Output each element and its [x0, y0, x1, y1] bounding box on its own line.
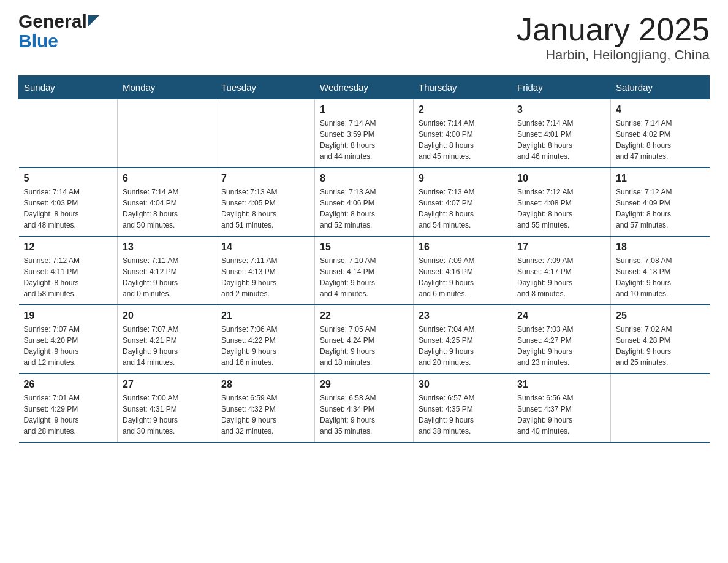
day-number: 25: [616, 310, 705, 321]
day-cell: 7Sunrise: 7:13 AM Sunset: 4:05 PM Daylig…: [216, 167, 315, 236]
day-cell: 3Sunrise: 7:14 AM Sunset: 4:01 PM Daylig…: [512, 99, 611, 168]
day-cell: 17Sunrise: 7:09 AM Sunset: 4:17 PM Dayli…: [512, 236, 611, 305]
day-cell: 5Sunrise: 7:14 AM Sunset: 4:03 PM Daylig…: [19, 167, 118, 236]
day-number: 4: [616, 104, 705, 115]
logo-blue-text: Blue: [18, 31, 58, 51]
day-number: 27: [123, 379, 211, 390]
header-cell-friday: Friday: [512, 76, 611, 99]
day-info: Sunrise: 7:06 AM Sunset: 4:22 PM Dayligh…: [221, 324, 309, 368]
day-number: 31: [517, 379, 605, 390]
day-cell: 8Sunrise: 7:13 AM Sunset: 4:06 PM Daylig…: [315, 167, 414, 236]
day-number: 13: [123, 242, 211, 253]
logo-arrow-icon: [88, 15, 99, 28]
day-cell: 28Sunrise: 6:59 AM Sunset: 4:32 PM Dayli…: [216, 373, 315, 442]
day-info: Sunrise: 7:14 AM Sunset: 4:03 PM Dayligh…: [24, 186, 113, 231]
day-cell: 6Sunrise: 7:14 AM Sunset: 4:04 PM Daylig…: [118, 167, 216, 236]
day-info: Sunrise: 7:13 AM Sunset: 4:06 PM Dayligh…: [320, 186, 408, 231]
day-info: Sunrise: 7:14 AM Sunset: 4:04 PM Dayligh…: [123, 186, 211, 231]
day-number: 22: [320, 310, 408, 321]
arrow-svg: [88, 15, 99, 26]
day-cell: 20Sunrise: 7:07 AM Sunset: 4:21 PM Dayli…: [118, 305, 216, 373]
day-info: Sunrise: 7:09 AM Sunset: 4:17 PM Dayligh…: [517, 255, 605, 299]
day-info: Sunrise: 7:14 AM Sunset: 3:59 PM Dayligh…: [320, 118, 408, 162]
day-cell: 10Sunrise: 7:12 AM Sunset: 4:08 PM Dayli…: [512, 167, 611, 236]
header-cell-thursday: Thursday: [414, 76, 512, 99]
day-cell: 15Sunrise: 7:10 AM Sunset: 4:14 PM Dayli…: [315, 236, 414, 305]
day-number: 8: [320, 173, 408, 184]
day-number: 10: [517, 173, 605, 184]
day-cell: [611, 373, 710, 442]
day-cell: 19Sunrise: 7:07 AM Sunset: 4:20 PM Dayli…: [19, 305, 118, 373]
day-number: 9: [419, 173, 507, 184]
day-info: Sunrise: 7:07 AM Sunset: 4:21 PM Dayligh…: [123, 324, 211, 368]
day-number: 11: [616, 173, 705, 184]
day-cell: 12Sunrise: 7:12 AM Sunset: 4:11 PM Dayli…: [19, 236, 118, 305]
day-number: 1: [320, 104, 408, 115]
day-info: Sunrise: 7:03 AM Sunset: 4:27 PM Dayligh…: [517, 324, 605, 368]
day-info: Sunrise: 7:00 AM Sunset: 4:31 PM Dayligh…: [123, 393, 211, 437]
calendar-subtitle: Harbin, Heilongjiang, China: [517, 47, 710, 63]
day-info: Sunrise: 7:14 AM Sunset: 4:00 PM Dayligh…: [419, 118, 507, 162]
day-number: 6: [123, 173, 211, 184]
day-number: 15: [320, 242, 408, 253]
day-cell: 26Sunrise: 7:01 AM Sunset: 4:29 PM Dayli…: [19, 373, 118, 442]
day-cell: 13Sunrise: 7:11 AM Sunset: 4:12 PM Dayli…: [118, 236, 216, 305]
week-row-4: 19Sunrise: 7:07 AM Sunset: 4:20 PM Dayli…: [19, 305, 710, 373]
day-cell: 2Sunrise: 7:14 AM Sunset: 4:00 PM Daylig…: [414, 99, 512, 168]
day-number: 23: [419, 310, 507, 321]
week-row-1: 1Sunrise: 7:14 AM Sunset: 3:59 PM Daylig…: [19, 99, 710, 168]
week-row-3: 12Sunrise: 7:12 AM Sunset: 4:11 PM Dayli…: [19, 236, 710, 305]
day-number: 24: [517, 310, 605, 321]
day-info: Sunrise: 7:09 AM Sunset: 4:16 PM Dayligh…: [419, 255, 507, 299]
header-cell-monday: Monday: [118, 76, 216, 99]
title-block: January 2025 Harbin, Heilongjiang, China: [517, 12, 710, 63]
day-cell: 18Sunrise: 7:08 AM Sunset: 4:18 PM Dayli…: [611, 236, 710, 305]
header-row: SundayMondayTuesdayWednesdayThursdayFrid…: [19, 76, 710, 99]
day-info: Sunrise: 6:57 AM Sunset: 4:35 PM Dayligh…: [419, 393, 507, 437]
day-cell: [19, 99, 118, 168]
day-cell: 29Sunrise: 6:58 AM Sunset: 4:34 PM Dayli…: [315, 373, 414, 442]
day-number: 7: [221, 173, 309, 184]
day-number: 16: [419, 242, 507, 253]
week-row-5: 26Sunrise: 7:01 AM Sunset: 4:29 PM Dayli…: [19, 373, 710, 442]
day-cell: 16Sunrise: 7:09 AM Sunset: 4:16 PM Dayli…: [414, 236, 512, 305]
day-info: Sunrise: 7:12 AM Sunset: 4:11 PM Dayligh…: [24, 255, 113, 299]
day-info: Sunrise: 7:07 AM Sunset: 4:20 PM Dayligh…: [24, 324, 113, 368]
day-info: Sunrise: 7:14 AM Sunset: 4:02 PM Dayligh…: [616, 118, 705, 162]
day-info: Sunrise: 7:02 AM Sunset: 4:28 PM Dayligh…: [616, 324, 705, 368]
day-info: Sunrise: 7:04 AM Sunset: 4:25 PM Dayligh…: [419, 324, 507, 368]
header-cell-sunday: Sunday: [19, 76, 118, 99]
day-info: Sunrise: 7:13 AM Sunset: 4:07 PM Dayligh…: [419, 186, 507, 231]
day-cell: 9Sunrise: 7:13 AM Sunset: 4:07 PM Daylig…: [414, 167, 512, 236]
day-cell: 4Sunrise: 7:14 AM Sunset: 4:02 PM Daylig…: [611, 99, 710, 168]
day-number: 20: [123, 310, 211, 321]
day-number: 18: [616, 242, 705, 253]
day-info: Sunrise: 7:14 AM Sunset: 4:01 PM Dayligh…: [517, 118, 605, 162]
day-number: 14: [221, 242, 309, 253]
header-cell-tuesday: Tuesday: [216, 76, 315, 99]
day-number: 30: [419, 379, 507, 390]
day-number: 26: [24, 379, 113, 390]
logo-general-text: General: [18, 12, 87, 31]
day-number: 28: [221, 379, 309, 390]
calendar-table: SundayMondayTuesdayWednesdayThursdayFrid…: [18, 75, 710, 443]
logo: General Blue: [18, 12, 100, 52]
day-info: Sunrise: 7:08 AM Sunset: 4:18 PM Dayligh…: [616, 255, 705, 299]
day-cell: 25Sunrise: 7:02 AM Sunset: 4:28 PM Dayli…: [611, 305, 710, 373]
page-header: General Blue January 2025 Harbin, Heilon…: [18, 12, 710, 63]
day-info: Sunrise: 7:10 AM Sunset: 4:14 PM Dayligh…: [320, 255, 408, 299]
day-cell: 22Sunrise: 7:05 AM Sunset: 4:24 PM Dayli…: [315, 305, 414, 373]
day-cell: [216, 99, 315, 168]
day-info: Sunrise: 7:11 AM Sunset: 4:12 PM Dayligh…: [123, 255, 211, 299]
day-number: 19: [24, 310, 113, 321]
day-info: Sunrise: 6:58 AM Sunset: 4:34 PM Dayligh…: [320, 393, 408, 437]
day-cell: 11Sunrise: 7:12 AM Sunset: 4:09 PM Dayli…: [611, 167, 710, 236]
day-cell: 27Sunrise: 7:00 AM Sunset: 4:31 PM Dayli…: [118, 373, 216, 442]
header-cell-wednesday: Wednesday: [315, 76, 414, 99]
day-info: Sunrise: 7:01 AM Sunset: 4:29 PM Dayligh…: [24, 393, 113, 437]
day-cell: 23Sunrise: 7:04 AM Sunset: 4:25 PM Dayli…: [414, 305, 512, 373]
day-cell: 14Sunrise: 7:11 AM Sunset: 4:13 PM Dayli…: [216, 236, 315, 305]
day-number: 5: [24, 173, 113, 184]
day-number: 12: [24, 242, 113, 253]
day-info: Sunrise: 7:12 AM Sunset: 4:09 PM Dayligh…: [616, 186, 705, 231]
